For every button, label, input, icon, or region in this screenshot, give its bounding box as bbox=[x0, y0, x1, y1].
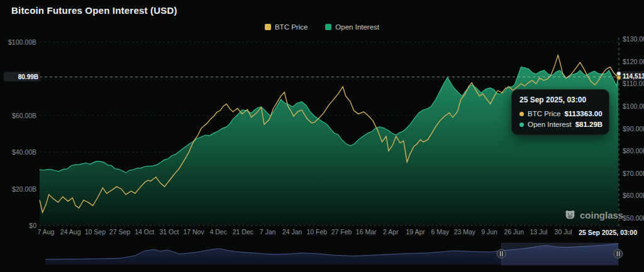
x-axis-tick: 7 Jan bbox=[260, 228, 276, 236]
x-axis-tick: 14 Oct bbox=[135, 228, 154, 236]
x-axis-tick: 26 Jun bbox=[504, 228, 524, 236]
navigator-selection[interactable] bbox=[501, 243, 618, 265]
left-axis-tick: $40.00B bbox=[0, 148, 36, 156]
right-axis-tick: $80.00K bbox=[623, 147, 644, 155]
tooltip-value: $81.29B bbox=[575, 121, 602, 128]
right-axis-tick: $110.00K bbox=[623, 80, 644, 87]
tooltip-row-btc-price: BTC Price $113363.00 bbox=[519, 110, 601, 117]
right-axis-tick: $120.00K bbox=[623, 58, 644, 65]
tooltip-label: BTC Price bbox=[528, 110, 560, 117]
right-axis-tick: $60.00K bbox=[623, 192, 644, 199]
x-axis-tick: 10 Feb bbox=[307, 228, 328, 236]
tooltip-row-open-interest: Open Interest $81.29B bbox=[519, 121, 601, 128]
x-axis-tick: 4 Dec bbox=[209, 228, 226, 236]
x-axis-tick: 13 Jul bbox=[530, 228, 547, 236]
left-axis-current-badge: 80.99B bbox=[4, 72, 40, 82]
coinglass-open-interest-chart: Bitcoin Futures Open Interest (USD) BTC … bbox=[0, 0, 644, 272]
left-axis-tick: $100.00B bbox=[0, 38, 36, 46]
btc-price-dot-icon bbox=[519, 112, 524, 116]
right-axis-tick: $100.00K bbox=[623, 102, 644, 110]
x-axis-tick: 23 May bbox=[454, 228, 475, 236]
x-axis-tick: 16 Mar bbox=[356, 228, 377, 236]
crosshair-date-label: 25 Sep 2025, 03:00 bbox=[575, 227, 640, 237]
coinglass-wordmark: coinglass bbox=[580, 210, 623, 220]
coinglass-watermark: coinglass bbox=[564, 209, 623, 221]
x-axis-tick: 31 Oct bbox=[159, 228, 179, 236]
x-axis-tick: 27 Feb bbox=[331, 228, 352, 236]
x-axis-tick: 10 Sep bbox=[85, 228, 106, 236]
x-axis-tick: 24 Jan bbox=[282, 228, 303, 236]
tooltip-label: Open Interest bbox=[528, 121, 572, 128]
tooltip-value: $113363.00 bbox=[564, 110, 602, 117]
x-axis-tick: 7 Aug bbox=[38, 228, 55, 236]
left-axis-tick: $60.00B bbox=[0, 112, 36, 119]
x-axis-tick: 24 Aug bbox=[60, 228, 81, 236]
right-axis-tick: $70.00K bbox=[623, 170, 644, 177]
coinglass-bear-icon bbox=[564, 209, 576, 221]
x-axis-tick: 30 Jul bbox=[555, 228, 572, 236]
right-axis-tick: $90.00K bbox=[623, 125, 644, 133]
right-axis-tick: $50.00K bbox=[623, 214, 644, 222]
right-axis-tick: $130.00K bbox=[623, 35, 644, 43]
x-axis-tick: 17 Nov bbox=[183, 228, 204, 236]
left-axis-tick: $0 bbox=[0, 222, 36, 229]
navigator[interactable] bbox=[45, 243, 623, 265]
hover-tooltip: 25 Sep 2025, 03:00 BTC Price $113363.00 … bbox=[511, 89, 609, 135]
tooltip-date: 25 Sep 2025, 03:00 bbox=[519, 95, 601, 104]
x-axis-tick: 21 Dec bbox=[233, 228, 253, 236]
x-axis-tick: 9 Jun bbox=[481, 228, 497, 236]
x-axis-tick: 19 Apr bbox=[406, 228, 425, 236]
navigator-handle-left[interactable] bbox=[497, 249, 506, 258]
navigator-handle-right[interactable] bbox=[614, 249, 623, 258]
right-axis-current-badge: 114,513.44 bbox=[621, 72, 644, 81]
x-axis-tick: 27 Sep bbox=[109, 228, 130, 236]
left-axis-tick: $20.00B bbox=[0, 185, 36, 193]
x-axis-tick: 6 May bbox=[431, 228, 449, 236]
open-interest-dot-icon bbox=[519, 122, 524, 127]
x-axis-tick: 2 Apr bbox=[383, 228, 399, 236]
